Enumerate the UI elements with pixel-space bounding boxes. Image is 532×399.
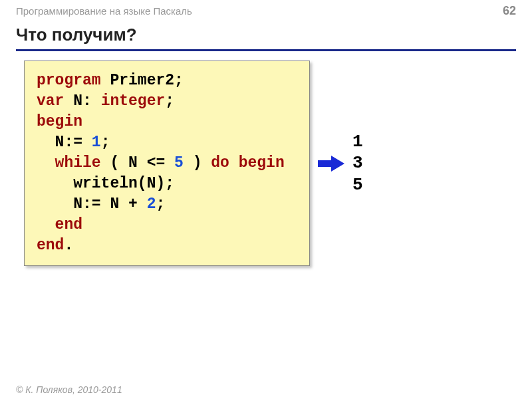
keyword-program: program [37,72,101,89]
keyword-end: end [37,237,64,254]
number-literal: 2 [147,196,156,213]
code-line-2: var N: integer; [37,91,297,112]
keyword-var: var [37,92,64,110]
footer-copyright: © К. Поляков, 2010-2011 [16,384,122,395]
output-line: 5 [352,174,363,196]
code-line-7: N:= N + 2; [37,194,297,215]
code-line-9: end. [37,235,297,256]
keyword-do-begin: do begin [211,154,284,172]
code-box: program Primer2; var N: integer; begin N… [24,61,310,266]
svg-marker-0 [318,156,344,172]
code-line-3: begin [37,112,297,132]
number-literal: 1 [92,134,101,151]
content-area: program Primer2; var N: integer; begin N… [0,51,532,266]
keyword-integer: integer [101,92,166,110]
code-line-4: N:= 1; [37,132,297,153]
keyword-end: end [55,216,82,233]
output-line: 1 [352,131,363,153]
breadcrumb: Программирование на языке Паскаль [16,5,192,17]
keyword-begin: begin [37,113,82,130]
number-literal: 5 [174,154,184,172]
output-line: 3 [352,152,363,174]
code-line-8: end [37,215,297,235]
code-line-6: writeln(N); [37,174,297,194]
keyword-while: while [55,154,101,172]
page-title: Что получим? [16,25,516,51]
arrow-icon [318,154,344,173]
code-line-1: program Primer2; [37,70,297,91]
title-block: Что получим? [0,19,532,51]
slide-header: Программирование на языке Паскаль 62 [0,0,532,19]
page-number: 62 [503,4,516,18]
program-output: 1 3 5 [352,131,363,196]
code-line-5: while ( N <= 5 ) do begin [37,153,297,174]
